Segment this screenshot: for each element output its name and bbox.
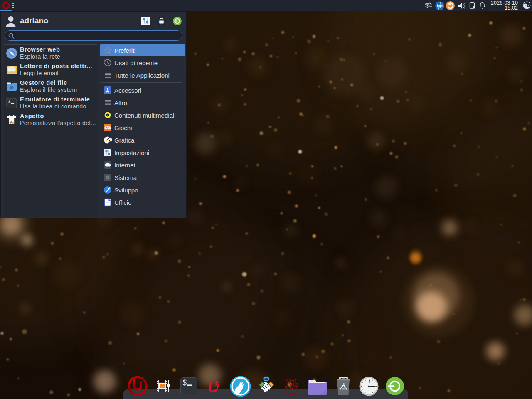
svg-text:$: $: [8, 100, 11, 104]
svg-text:hp: hp: [437, 3, 443, 8]
